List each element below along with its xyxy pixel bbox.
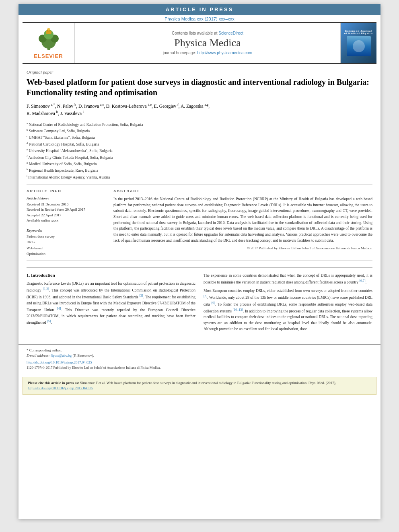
article-type-label: Original paper	[27, 70, 372, 74]
article-info-abstract-section: ARTICLE INFO Article history: Received 3…	[27, 189, 372, 257]
journal-cover: European Journalof Medical Physics	[340, 23, 376, 63]
abstract-body: In the period 2013–2016 the National Cen…	[113, 196, 372, 244]
main-content: Original paper Web-based platform for pa…	[19, 64, 380, 340]
ref-1-2[interactable]: [1,2]	[43, 287, 49, 291]
keywords-label: Keywords:	[27, 228, 107, 232]
abstract-header: ABSTRACT	[113, 189, 372, 193]
citation-text: Simeonov F et al. Web-based platform for…	[80, 381, 336, 385]
available-online: Available online xxxx	[27, 218, 107, 224]
citation-doi-link[interactable]: http://dx.doi.org/10.1016/j.ejmp.2017.04…	[28, 386, 93, 390]
article-history-block: Article history: Received 31 December 20…	[27, 196, 107, 224]
footer: * Corresponding author. E-mail address: …	[19, 344, 380, 373]
ref-3[interactable]: [3]	[139, 294, 143, 298]
elsevier-tree-icon	[35, 27, 63, 51]
affiliation-h: h Regional Health Inspectorate, Ruse, Bu…	[27, 167, 372, 174]
elsevier-brand-text: ELSEVIER	[34, 53, 63, 59]
revised-date: Received in Revised form 20 April 2017	[27, 207, 107, 213]
affiliation-b: b Software Company Ltd, Sofia, Bulgaria	[27, 128, 372, 134]
banner-text: ARTICLE IN PRESS	[166, 6, 234, 12]
ref-9[interactable]: [9]	[212, 301, 215, 305]
body-section: 1. Introduction Diagnostic Reference Lev…	[27, 267, 372, 334]
affiliation-a: a National Centre of Radiobiology and Ra…	[27, 121, 372, 128]
affiliation-i: i International Atomic Energy Agency, Vi…	[27, 174, 372, 181]
authors-list: F. Simeonov a,*, N. Palov b, D. Ivanova …	[27, 103, 372, 117]
article-title: Web-based platform for patient dose surv…	[27, 77, 372, 98]
intro-right-text: The experience in some countries demonst…	[204, 273, 372, 332]
keyword-2: DRLs	[27, 239, 107, 245]
journal-header: ELSEVIER Contents lists available at Sci…	[23, 22, 376, 64]
keywords-block: Keywords: Patient dose survey DRLs Web-b…	[27, 228, 107, 257]
affiliation-e: e University Hospital "Aleksandrovska", …	[27, 148, 372, 154]
body-right-col: The experience in some countries demonst…	[204, 273, 372, 334]
keyword-3: Web-based	[27, 245, 107, 251]
intro-heading: 1. Introduction	[27, 273, 195, 277]
corresponding-author-note: * Corresponding author. E-mail address: …	[27, 348, 372, 359]
contents-available-line: Contents lists available at ScienceDirec…	[172, 31, 243, 35]
ref-5[interactable]: [5]	[47, 319, 51, 323]
ref-10-13[interactable]: [10–13]	[233, 308, 243, 312]
author-email[interactable]: fipost@abv.bg	[51, 353, 72, 357]
article-info-header: ARTICLE INFO	[27, 189, 107, 193]
ref-8[interactable]: [8]	[204, 294, 207, 298]
page: ARTICLE IN PRESS Physica Medica xxx (201…	[19, 4, 380, 519]
affiliation-g: g Medical University of Sofia, Sofia, Bu…	[27, 161, 372, 167]
journal-homepage: journal homepage: http://www.physicamedi…	[163, 51, 252, 55]
body-two-col: 1. Introduction Diagnostic Reference Lev…	[27, 273, 372, 334]
abstract-copyright: © 2017 Published by Elsevier Ltd on beha…	[113, 246, 372, 250]
divider	[27, 185, 372, 185]
history-label: Article history:	[27, 196, 107, 200]
science-direct-link[interactable]: ScienceDirect	[218, 31, 243, 35]
received-date: Received 31 December 2016	[27, 202, 107, 207]
intro-left-text: Diagnostic Reference Levels (DRLs) are a…	[27, 281, 195, 326]
abstract-col: ABSTRACT In the period 2013–2016 the Nat…	[113, 189, 372, 257]
affiliations-list: a National Centre of Radiobiology and Ra…	[27, 121, 372, 181]
homepage-url[interactable]: http://www.physicamedica.com	[197, 51, 252, 55]
affiliation-c: c UMHAT "Saint Ekaterina", Sofia, Bulgar…	[27, 134, 372, 141]
ref-6-7[interactable]: [6,7]	[359, 279, 365, 283]
citation-box: Please cite this article in press as: Si…	[23, 377, 376, 395]
issn-line: 1120-1797/© 2017 Published by Elsevier L…	[27, 366, 372, 370]
citation-prefix: Please cite this article in press as:	[28, 381, 80, 385]
svg-point-7	[47, 28, 50, 31]
doi-link[interactable]: http://dx.doi.org/10.1016/j.ejmp.2017.04…	[27, 360, 92, 364]
elsevier-logo: ELSEVIER	[23, 23, 75, 63]
journal-title: Physica Medica	[174, 37, 241, 49]
article-in-press-banner: ARTICLE IN PRESS	[19, 4, 380, 15]
journal-header-center: Contents lists available at ScienceDirec…	[75, 23, 340, 63]
article-info-col: ARTICLE INFO Article history: Received 3…	[27, 189, 107, 257]
cover-placeholder: European Journalof Medical Physics	[341, 23, 376, 63]
body-divider	[27, 261, 372, 261]
affiliation-d: d National Cardiology Hospital, Sofia, B…	[27, 141, 372, 148]
ref-4[interactable]: [4]	[57, 307, 61, 310]
affiliation-f: f Acibadem City Clinic Tokuda Hospital, …	[27, 154, 372, 161]
journal-reference-line: Physica Medica xxx (2017) xxx–xxx	[19, 15, 380, 22]
keyword-4: Optimisation	[27, 251, 107, 257]
accepted-date: Accepted 22 April 2017	[27, 213, 107, 218]
journal-reference-link[interactable]: Physica Medica xxx (2017) xxx–xxx	[165, 16, 234, 21]
keyword-1: Patient dose survey	[27, 234, 107, 239]
body-left-col: 1. Introduction Diagnostic Reference Lev…	[27, 273, 195, 334]
